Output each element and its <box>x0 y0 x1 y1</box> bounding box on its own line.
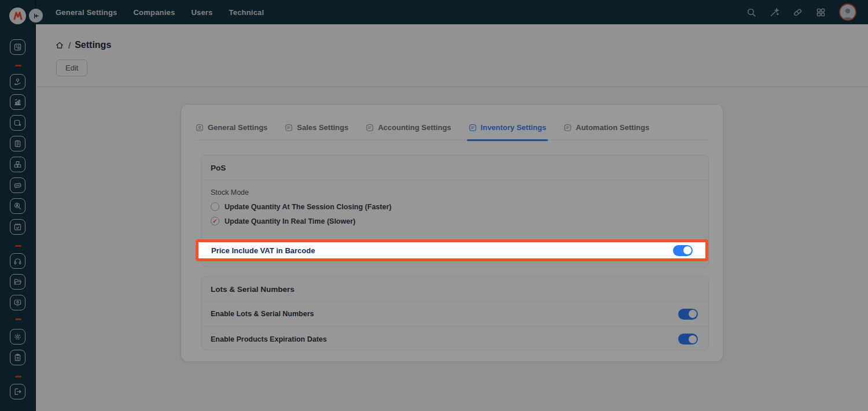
expiration-dates-toggle[interactable] <box>678 334 698 345</box>
highlighted-setting-row: Price Include VAT in Barcode <box>196 239 708 261</box>
settings-badge-icon <box>469 124 477 132</box>
page-title: Settings <box>75 40 111 50</box>
setting-row-enable-lots: Enable Lots & Serial Numbers <box>201 302 708 327</box>
tab-general-settings[interactable]: General Settings <box>196 123 267 140</box>
app-logo[interactable] <box>9 8 26 24</box>
setting-label: Enable Lots & Serial Numbers <box>211 310 314 318</box>
page-header: / Settings Edit <box>36 24 868 87</box>
tab-sales-settings[interactable]: Sales Settings <box>285 123 348 140</box>
edit-button[interactable]: Edit <box>56 60 87 76</box>
user-avatar[interactable] <box>839 3 856 21</box>
settings-badge-icon <box>564 124 572 132</box>
search-icon[interactable] <box>746 8 756 17</box>
calendar-check-icon[interactable] <box>10 219 25 235</box>
menu-item-companies[interactable]: Companies <box>134 8 175 17</box>
package-add-icon[interactable] <box>10 115 25 131</box>
app-sidebar <box>0 0 36 411</box>
radio-option-label: Update Quantity At The Session Closing (… <box>225 203 391 211</box>
payment-terminal-icon[interactable] <box>10 177 25 193</box>
top-navbar: General Settings Companies Users Technic… <box>36 0 868 24</box>
sidebar-divider <box>15 376 21 377</box>
lots-serial-section: Lots & Serial Numbers Enable Lots & Seri… <box>201 276 709 350</box>
menu-item-general-settings[interactable]: General Settings <box>56 8 117 17</box>
support-headset-icon[interactable] <box>10 253 25 269</box>
stock-mode-label: Stock Mode <box>211 188 699 197</box>
home-icon[interactable] <box>55 40 64 50</box>
sidebar-divider <box>15 245 21 247</box>
tab-accounting-settings[interactable]: Accounting Settings <box>366 123 451 140</box>
tab-automation-settings[interactable]: Automation Settings <box>564 123 649 140</box>
tab-label: General Settings <box>208 123 267 132</box>
customer-search-icon[interactable] <box>10 198 25 214</box>
pos-register-icon[interactable] <box>10 39 25 55</box>
breadcrumb-separator: / <box>68 40 71 50</box>
price-include-vat-label: Price Include VAT in Barcode <box>211 246 315 255</box>
radio-option-label: Update Quantity In Real Time (Slower) <box>225 217 355 225</box>
logout-icon[interactable] <box>10 384 25 399</box>
settings-tabs: General Settings Sales Settings Accounti… <box>196 123 708 140</box>
inventory-boxes-icon[interactable] <box>10 157 25 172</box>
sidebar-divider <box>15 65 21 66</box>
tab-label: Accounting Settings <box>378 123 451 132</box>
top-menu: General Settings Companies Users Technic… <box>56 8 264 17</box>
radio-option-real-time[interactable]: Update Quantity In Real Time (Slower) <box>211 217 699 225</box>
radio-option-session-closing[interactable]: Update Quantity At The Session Closing (… <box>211 202 699 211</box>
sales-chart-icon[interactable] <box>10 94 25 110</box>
tab-label: Automation Settings <box>576 123 649 132</box>
setting-label: Enable Products Expiration Dates <box>211 335 327 343</box>
radio-unselected-icon[interactable] <box>211 202 219 211</box>
section-title: Lots & Serial Numbers <box>201 277 708 302</box>
radio-selected-icon[interactable] <box>211 217 219 225</box>
apps-grid-icon[interactable] <box>816 8 826 17</box>
report-clipboard-icon[interactable] <box>10 350 25 365</box>
settings-badge-icon <box>285 124 293 132</box>
tab-inventory-settings[interactable]: Inventory Settings <box>469 123 546 140</box>
person-badge-icon <box>196 124 204 132</box>
magic-wand-icon[interactable] <box>770 8 779 17</box>
documents-folder-icon[interactable] <box>10 274 25 290</box>
setting-row-expiration-dates: Enable Products Expiration Dates <box>201 327 708 351</box>
sidebar-divider <box>15 319 21 320</box>
settings-badge-icon <box>366 124 374 132</box>
tab-label: Sales Settings <box>297 123 348 132</box>
settings-gear-icon[interactable] <box>10 329 25 345</box>
settings-card: General Settings Sales Settings Accounti… <box>181 104 723 362</box>
enable-lots-toggle[interactable] <box>678 309 698 320</box>
menu-item-users[interactable]: Users <box>191 8 212 17</box>
section-title: PoS <box>201 155 708 180</box>
tag-icon[interactable] <box>793 8 803 17</box>
price-include-vat-toggle[interactable] <box>673 245 693 256</box>
presentation-screen-icon[interactable] <box>10 295 25 310</box>
main-content: General Settings Sales Settings Accounti… <box>36 87 868 411</box>
collapse-back-button[interactable] <box>29 9 43 23</box>
menu-item-technical[interactable]: Technical <box>229 8 264 17</box>
care-hand-icon[interactable] <box>10 74 25 90</box>
tab-label: Inventory Settings <box>481 123 546 132</box>
breadcrumb: / Settings <box>55 40 111 50</box>
clipboard-calculator-icon[interactable] <box>10 136 25 151</box>
